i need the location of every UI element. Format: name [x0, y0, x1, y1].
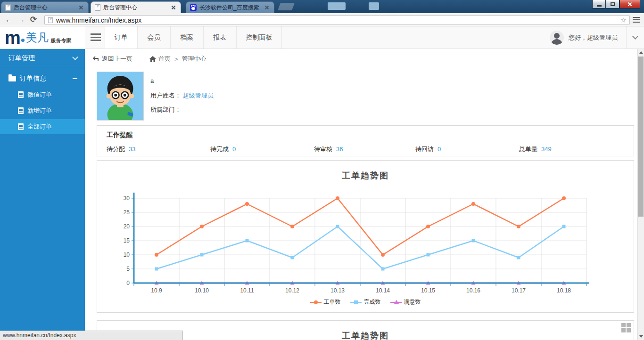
svg-text:10.13: 10.13: [330, 287, 345, 294]
status-bar-url: www.hnmeifan.cn/Index.aspx: [0, 331, 183, 340]
page-favicon-icon: [95, 4, 100, 11]
sidebar-section-order-mgmt[interactable]: 订单管理: [0, 49, 85, 67]
stat-label: 待回访: [415, 146, 434, 153]
triangle-up-icon: [639, 51, 643, 54]
svg-text:10.11: 10.11: [240, 287, 254, 294]
sidebar-group-label: 订单信息: [20, 74, 46, 83]
work-reminder-panel: 工作提醒 待分配33 待完成0 待审核36 待回访0 总单量349: [97, 125, 634, 156]
stat-value[interactable]: 0: [438, 146, 441, 153]
browser-tab-2-active[interactable]: 后台管理中心: [91, 1, 181, 13]
nav-tab-orders[interactable]: 订单: [105, 26, 138, 49]
tab-close-icon[interactable]: [170, 4, 177, 11]
sidebar-toggle-icon[interactable]: [91, 33, 101, 41]
back-to-previous-link[interactable]: 返回上一页: [92, 55, 132, 63]
close-icon: [627, 1, 633, 7]
tab-title: 长沙软件公司_百度搜索: [199, 4, 261, 12]
grid-widget-icon[interactable]: [621, 323, 631, 332]
sidebar-item-wechat-orders[interactable]: 微信订单: [0, 87, 85, 102]
tab-title: 后台管理中心: [103, 4, 167, 12]
window-controls: [592, 0, 640, 8]
user-menu-button[interactable]: [626, 26, 644, 49]
address-bar[interactable]: www.hnmeifan.cn/Index.aspx ☆: [44, 15, 630, 25]
stat-pending-callback: 待回访0: [415, 145, 441, 154]
profile-name-row: 用户姓名： 超级管理员: [150, 91, 214, 100]
new-tab-button[interactable]: [278, 3, 295, 10]
forward-button[interactable]: →: [15, 15, 27, 24]
home-icon: [149, 56, 156, 62]
sidebar: 订单管理 订单信息 微信订单 新增订单 全部订单: [0, 49, 85, 340]
svg-text:10.17: 10.17: [512, 287, 526, 294]
stat-value[interactable]: 349: [541, 146, 552, 153]
breadcrumb-home[interactable]: 首页: [158, 55, 171, 63]
legend-label: 完成数: [364, 298, 381, 306]
stat-label: 待审核: [314, 146, 332, 153]
svg-text:10.14: 10.14: [376, 287, 390, 294]
tab-close-icon[interactable]: [78, 4, 84, 11]
svg-text:30: 30: [124, 195, 130, 202]
page-favicon-icon: [5, 4, 11, 11]
titlebar-artifact: [369, 2, 379, 10]
legend-item[interactable]: 满意数: [390, 298, 421, 306]
svg-text:10.10: 10.10: [195, 287, 209, 294]
main-content: 返回上一页 首页 > 管理中心 a 用户姓名：: [85, 49, 637, 340]
user-area: 您好，超级管理员: [550, 26, 644, 49]
window-close-button[interactable]: [619, 0, 640, 8]
stat-value[interactable]: 36: [336, 146, 343, 153]
back-button[interactable]: ←: [3, 15, 15, 24]
stat-value[interactable]: 0: [232, 146, 236, 153]
document-icon: [18, 107, 24, 114]
chevron-down-icon: [632, 33, 638, 40]
baidu-favicon-icon: [190, 4, 197, 11]
reload-button[interactable]: ⟳: [27, 15, 40, 24]
browser-titlebar: 后台管理中心 后台管理中心 长沙软件公司_百度搜索: [0, 0, 644, 13]
svg-text:0: 0: [126, 280, 130, 286]
sidebar-item-label: 全部订单: [27, 122, 52, 131]
folder-icon: [8, 76, 16, 81]
tab-close-icon[interactable]: [264, 4, 270, 11]
breadcrumb-current: 管理中心: [182, 55, 206, 63]
sidebar-item-new-orders[interactable]: 新增订单: [0, 103, 85, 118]
url-text[interactable]: www.hnmeifan.cn/Index.aspx: [56, 16, 141, 24]
nav-tab-members[interactable]: 会员: [138, 26, 171, 49]
svg-text:25: 25: [124, 209, 130, 216]
window-minimize-button[interactable]: [592, 0, 606, 8]
svg-text:10.12: 10.12: [285, 287, 299, 294]
browser-menu-icon[interactable]: [633, 17, 640, 23]
chart-legend: 工单数完成数满意数: [97, 298, 634, 306]
scrollbar-thumb[interactable]: [638, 57, 644, 217]
app-header: m 美凡 服务专家 订单 会员 档案 报表 控制面板 您好，超级管理员: [0, 26, 644, 49]
legend-item[interactable]: 完成数: [350, 298, 381, 306]
profile-dept-label: 所属部门：: [150, 106, 181, 113]
collapse-minus-icon: [73, 78, 77, 79]
nav-tab-archives[interactable]: 档案: [171, 26, 204, 49]
user-greeting: 您好，超级管理员: [569, 33, 618, 42]
profile-dept-row: 所属部门：: [150, 105, 181, 114]
legend-item[interactable]: 工单数: [310, 298, 341, 306]
logo-slogan: 服务专家: [51, 37, 72, 44]
profile-name-link[interactable]: 超级管理员: [183, 92, 214, 99]
nav-tab-reports[interactable]: 报表: [204, 26, 237, 49]
nav-tab-control-panel[interactable]: 控制面板: [237, 26, 282, 49]
profile-avatar-image: [97, 72, 144, 121]
stat-value[interactable]: 33: [129, 146, 135, 153]
browser-toolbar: ← → ⟳ www.hnmeifan.cn/Index.aspx ☆: [0, 13, 644, 26]
scroll-up-button[interactable]: [638, 49, 644, 56]
sidebar-group-order-info[interactable]: 订单信息: [0, 71, 85, 86]
profile-name-label: 用户姓名：: [150, 92, 181, 99]
window-restore-button[interactable]: [606, 0, 619, 8]
sidebar-item-all-orders[interactable]: 全部订单: [0, 119, 85, 134]
minimize-icon: [597, 5, 602, 7]
browser-tab-1[interactable]: 后台管理中心: [1, 1, 89, 13]
bookmark-star-icon[interactable]: ☆: [620, 16, 627, 24]
breadcrumb-trail: 首页 > 管理中心: [149, 55, 206, 63]
tab-title: 后台管理中心: [14, 4, 75, 12]
svg-text:15: 15: [124, 237, 130, 244]
back-link-label: 返回上一页: [102, 55, 132, 63]
restore-icon: [611, 2, 615, 6]
stat-pending-review: 待审核36: [314, 145, 343, 154]
logo[interactable]: m 美凡 服务专家: [0, 26, 85, 49]
chevron-down-icon: [72, 54, 78, 60]
browser-tab-3[interactable]: 长沙软件公司_百度搜索: [186, 1, 274, 13]
scroll-down-button[interactable]: [638, 333, 644, 340]
chart-title: 工单趋势图: [97, 170, 634, 181]
